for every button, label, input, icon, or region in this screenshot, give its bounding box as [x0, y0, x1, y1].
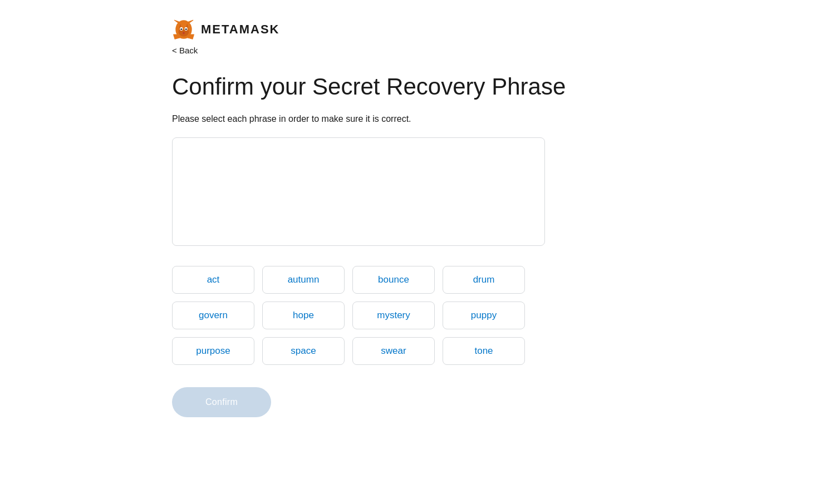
confirm-button[interactable]: Confirm: [172, 387, 271, 417]
page-subtitle: Please select each phrase in order to ma…: [172, 114, 653, 124]
logo-container: METAMASK: [172, 18, 279, 41]
logo-text: METAMASK: [201, 22, 279, 37]
word-chip-swear[interactable]: swear: [352, 337, 435, 365]
word-chip-hope[interactable]: hope: [262, 302, 345, 329]
word-chip-tone[interactable]: tone: [443, 337, 525, 365]
word-chip-autumn[interactable]: autumn: [262, 266, 345, 294]
svg-point-15: [180, 28, 182, 30]
page-title: Confirm your Secret Recovery Phrase: [172, 73, 653, 101]
back-button[interactable]: < Back: [172, 46, 653, 55]
word-grid: actautumnbouncedrumgovernhopemysterypupp…: [172, 266, 653, 365]
phrase-display-area: [172, 137, 545, 246]
word-chip-act[interactable]: act: [172, 266, 254, 294]
word-chip-govern[interactable]: govern: [172, 302, 254, 329]
word-chip-purpose[interactable]: purpose: [172, 337, 254, 365]
word-chip-bounce[interactable]: bounce: [352, 266, 435, 294]
word-chip-drum[interactable]: drum: [443, 266, 525, 294]
word-chip-mystery[interactable]: mystery: [352, 302, 435, 329]
svg-point-16: [185, 28, 187, 30]
header: METAMASK: [172, 18, 653, 41]
page-container: METAMASK < Back Confirm your Secret Reco…: [145, 0, 680, 435]
metamask-logo-icon: [172, 18, 195, 41]
word-chip-puppy[interactable]: puppy: [443, 302, 525, 329]
word-chip-space[interactable]: space: [262, 337, 345, 365]
